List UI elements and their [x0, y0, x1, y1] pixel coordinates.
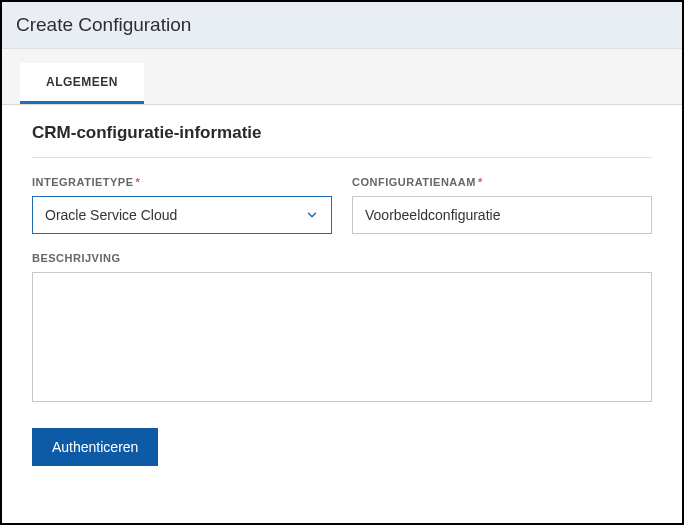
- config-name-label-text: CONFIGURATIENAAM: [352, 176, 476, 188]
- integration-type-label-text: INTEGRATIETYPE: [32, 176, 134, 188]
- content-area: CRM-configuratie-informatie INTEGRATIETY…: [2, 105, 682, 484]
- required-marker: *: [136, 176, 141, 188]
- config-name-label: CONFIGURATIENAAM*: [352, 176, 652, 188]
- integration-type-group: INTEGRATIETYPE* Oracle Service Cloud: [32, 176, 332, 234]
- config-name-input[interactable]: [352, 196, 652, 234]
- description-textarea[interactable]: [32, 272, 652, 402]
- integration-type-select[interactable]: Oracle Service Cloud: [32, 196, 332, 234]
- chevron-down-icon: [305, 208, 319, 222]
- tab-algemeen[interactable]: ALGEMEEN: [20, 63, 144, 104]
- description-label: BESCHRIJVING: [32, 252, 652, 264]
- form-row-top: INTEGRATIETYPE* Oracle Service Cloud CON…: [32, 176, 652, 234]
- integration-type-label: INTEGRATIETYPE*: [32, 176, 332, 188]
- description-group: BESCHRIJVING: [32, 252, 652, 406]
- authenticate-button[interactable]: Authenticeren: [32, 428, 158, 466]
- required-marker: *: [478, 176, 483, 188]
- section-title: CRM-configuratie-informatie: [32, 123, 652, 158]
- tabs-bar: ALGEMEEN: [2, 49, 682, 105]
- integration-type-value: Oracle Service Cloud: [45, 207, 305, 223]
- dialog-header: Create Configuration: [2, 2, 682, 49]
- dialog-title: Create Configuration: [16, 14, 668, 36]
- config-name-group: CONFIGURATIENAAM*: [352, 176, 652, 234]
